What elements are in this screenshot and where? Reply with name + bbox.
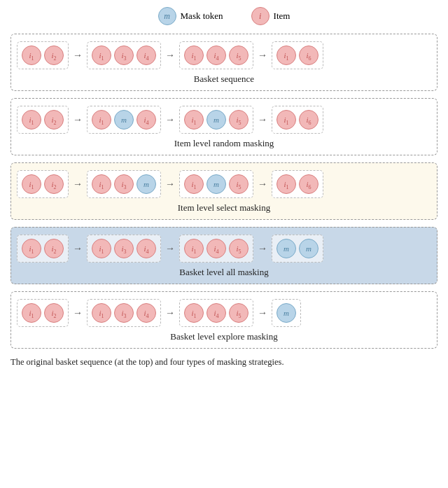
section-basket-explore-masking: i1i2→i1i3i4→i1i4i5→mBasket level explore… xyxy=(10,291,438,349)
arrow-icon: → xyxy=(165,179,175,190)
item-token: i3 xyxy=(114,239,134,258)
basket: i1i4i5 xyxy=(179,235,253,263)
arrow-icon: → xyxy=(165,243,175,254)
item-token: i1 xyxy=(22,239,41,258)
arrow-icon: → xyxy=(258,243,267,254)
section-label: Basket sequence xyxy=(17,74,431,85)
section-label: Item level select masking xyxy=(17,202,431,214)
arrow-icon: → xyxy=(73,114,83,125)
item-token: i3 xyxy=(114,303,134,323)
item-token: i3 xyxy=(114,174,134,194)
item-token: i6 xyxy=(299,110,318,130)
basket: mm xyxy=(272,235,323,263)
item-token: i4 xyxy=(206,303,226,323)
item-token: i4 xyxy=(136,239,156,258)
basket: i1i3m xyxy=(87,170,161,198)
mask-token-label: Mask token xyxy=(181,11,223,22)
item-token: i5 xyxy=(229,303,248,323)
mask-token: m xyxy=(299,239,318,258)
basket: i1i4i5 xyxy=(179,299,253,327)
mask-token: m xyxy=(206,110,226,130)
item-token: i5 xyxy=(229,46,248,65)
section-item-select-masking: i1i2→i1i3m→i1mi5→i1i6Item level select m… xyxy=(10,162,438,220)
arrow-icon: → xyxy=(73,179,83,190)
arrow-icon: → xyxy=(73,307,83,319)
basket: i1i6 xyxy=(272,170,323,198)
item-token: i1 xyxy=(92,303,111,323)
basket: m xyxy=(272,299,301,327)
item-token: i1 xyxy=(276,46,296,65)
item-icon: i xyxy=(251,7,270,25)
item-token: i2 xyxy=(44,174,64,194)
basket: i1i2 xyxy=(17,170,69,198)
item-token: i3 xyxy=(114,46,134,65)
item-token: i1 xyxy=(276,174,296,194)
basket: i1i3i4 xyxy=(87,299,161,327)
item-token: i6 xyxy=(299,46,318,65)
item-token: i6 xyxy=(299,174,318,194)
legend: m Mask token i Item xyxy=(10,7,438,25)
section-basket-sequence: i1i2→i1i3i4→i1i4i5→i1i6Basket sequence xyxy=(10,34,438,91)
mask-token-legend: m Mask token xyxy=(158,7,223,25)
arrow-icon: → xyxy=(258,114,267,125)
mask-token-icon: m xyxy=(158,7,176,25)
mask-token: m xyxy=(276,239,296,258)
item-token: i1 xyxy=(276,110,296,130)
section-item-random-masking: i1i2→i1mi4→i1mi5→i1i6Item level random m… xyxy=(10,98,438,155)
basket: i1i2 xyxy=(17,299,69,327)
basket: i1i2 xyxy=(17,235,69,263)
section-label: Basket level explore masking xyxy=(17,331,431,342)
item-token: i1 xyxy=(22,174,41,194)
mask-token: m xyxy=(114,110,134,130)
item-token: i1 xyxy=(22,110,41,130)
section-label: Item level random masking xyxy=(17,138,431,149)
item-token: i4 xyxy=(136,110,156,130)
item-token: i4 xyxy=(206,46,226,65)
basket: i1i6 xyxy=(272,106,323,134)
item-token: i2 xyxy=(44,303,64,323)
item-token: i5 xyxy=(229,174,248,194)
item-token: i1 xyxy=(22,46,41,65)
item-token: i1 xyxy=(92,46,111,65)
basket: i1i2 xyxy=(17,106,69,134)
basket: i1i4i5 xyxy=(179,41,253,69)
item-token: i4 xyxy=(136,303,156,323)
item-token: i1 xyxy=(184,174,204,194)
item-label: Item xyxy=(274,11,290,22)
item-token: i4 xyxy=(206,239,226,258)
mask-token: m xyxy=(206,174,226,194)
item-legend: i Item xyxy=(251,7,290,25)
item-token: i2 xyxy=(44,110,64,130)
basket-row: i1i2→i1i3i4→i1i4i5→mm xyxy=(17,235,431,263)
basket: i1mi5 xyxy=(179,170,253,198)
arrow-icon: → xyxy=(258,179,267,190)
item-token: i1 xyxy=(92,174,111,194)
arrow-icon: → xyxy=(73,50,83,61)
section-basket-all-masking: i1i2→i1i3i4→i1i4i5→mmBasket level all ma… xyxy=(10,227,438,284)
item-token: i2 xyxy=(44,239,64,258)
basket-row: i1i2→i1i3i4→i1i4i5→i1i6 xyxy=(17,41,431,69)
arrow-icon: → xyxy=(258,50,267,61)
basket: i1mi5 xyxy=(179,106,253,134)
basket: i1i3i4 xyxy=(87,235,161,263)
mask-token: m xyxy=(276,303,296,323)
basket: i1i3i4 xyxy=(87,41,161,69)
item-token: i1 xyxy=(184,46,204,65)
item-token: i5 xyxy=(229,110,248,130)
arrow-icon: → xyxy=(165,50,175,61)
item-token: i4 xyxy=(136,46,156,65)
arrow-icon: → xyxy=(165,114,175,125)
basket-row: i1i2→i1i3i4→i1i4i5→m xyxy=(17,299,431,327)
arrow-icon: → xyxy=(258,307,267,319)
item-token: i2 xyxy=(44,46,64,65)
item-token: i1 xyxy=(92,110,111,130)
item-token: i1 xyxy=(184,110,204,130)
basket: i1mi4 xyxy=(87,106,161,134)
basket: i1i6 xyxy=(272,41,323,69)
item-token: i5 xyxy=(229,239,248,258)
arrow-icon: → xyxy=(165,307,175,319)
figure-caption: The original basket sequence (at the top… xyxy=(10,356,438,369)
sections-container: i1i2→i1i3i4→i1i4i5→i1i6Basket sequencei1… xyxy=(10,34,438,349)
item-token: i1 xyxy=(184,303,204,323)
arrow-icon: → xyxy=(73,243,83,254)
